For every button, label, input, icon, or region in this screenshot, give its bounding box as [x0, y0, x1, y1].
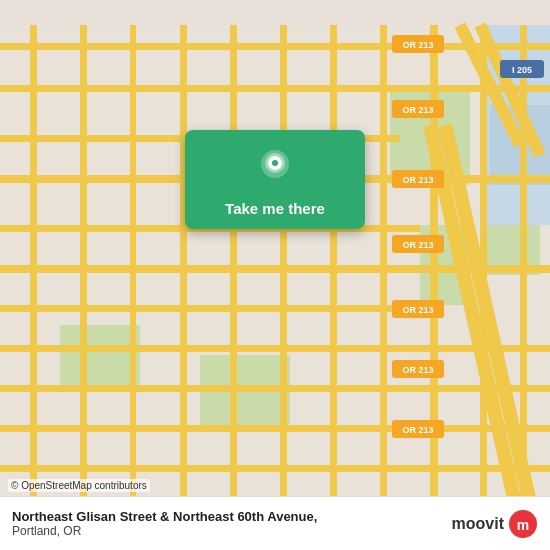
svg-text:m: m [517, 517, 529, 533]
svg-rect-21 [130, 25, 136, 525]
svg-text:OR 213: OR 213 [402, 240, 433, 250]
svg-text:OR 213: OR 213 [402, 40, 433, 50]
svg-rect-19 [30, 25, 37, 525]
copyright-notice: © OpenStreetMap contributors [8, 479, 150, 492]
moovit-logo: moovit m [452, 509, 538, 539]
svg-rect-26 [380, 25, 387, 525]
svg-rect-25 [330, 25, 337, 525]
svg-rect-22 [180, 25, 187, 525]
moovit-text: moovit [452, 515, 504, 533]
svg-text:I 205: I 205 [512, 65, 532, 75]
take-me-there-button[interactable]: Take me there [225, 200, 325, 217]
svg-text:OR 213: OR 213 [402, 365, 433, 375]
svg-rect-14 [0, 305, 420, 312]
svg-rect-1 [60, 325, 140, 385]
svg-rect-23 [230, 25, 237, 525]
map-background: OR 213 OR 213 OR 213 OR 213 OR 213 OR 21… [0, 0, 550, 550]
location-pin-icon [253, 146, 297, 190]
svg-text:OR 213: OR 213 [402, 175, 433, 185]
address-info: Northeast Glisan Street & Northeast 60th… [12, 509, 317, 538]
location-card[interactable]: Take me there [185, 130, 365, 229]
svg-rect-20 [80, 25, 87, 525]
moovit-icon: m [508, 509, 538, 539]
svg-text:OR 213: OR 213 [402, 105, 433, 115]
svg-text:OR 213: OR 213 [402, 425, 433, 435]
bottom-bar: Northeast Glisan Street & Northeast 60th… [0, 496, 550, 550]
city-line: Portland, OR [12, 524, 317, 538]
svg-rect-24 [280, 25, 287, 525]
map-container: OR 213 OR 213 OR 213 OR 213 OR 213 OR 21… [0, 0, 550, 550]
svg-text:OR 213: OR 213 [402, 305, 433, 315]
address-line: Northeast Glisan Street & Northeast 60th… [12, 509, 317, 524]
